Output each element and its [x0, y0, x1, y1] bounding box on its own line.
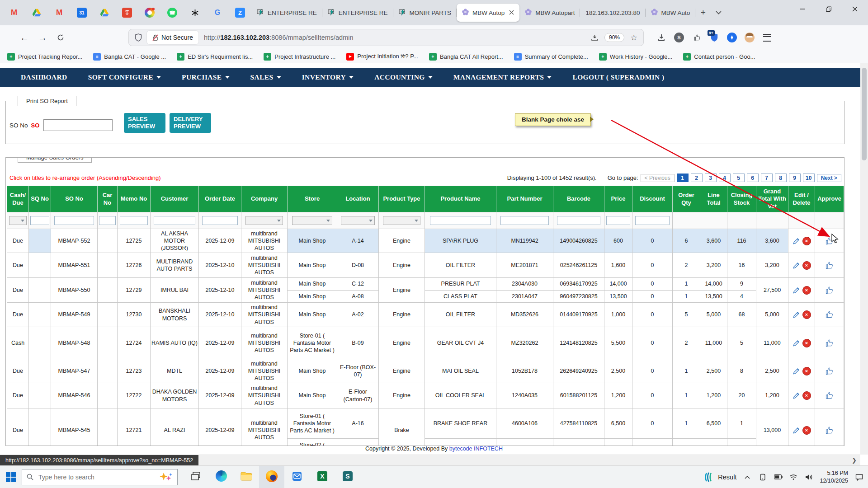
delete-icon[interactable]: × [802, 237, 811, 245]
delete-icon[interactable]: × [802, 310, 811, 319]
edit-icon[interactable] [793, 286, 800, 294]
browser-tab-2[interactable]: ENTERPRISE RE [322, 4, 393, 22]
bookmark-item-9[interactable]: +Contact person - Goo... [683, 53, 755, 61]
filter-input[interactable] [154, 216, 195, 225]
page-button-2[interactable]: 2 [691, 174, 703, 182]
column-header-barcode[interactable]: Barcode [553, 186, 604, 212]
approve-thumb-icon[interactable] [825, 426, 834, 435]
scrollbar-thumb[interactable] [862, 68, 867, 160]
column-header-order-date[interactable]: Order Date [199, 186, 241, 212]
filter-input[interactable] [120, 216, 148, 225]
pinned-tab-drive[interactable] [25, 2, 48, 23]
column-header-grand-total-with-vat[interactable]: Grand Total With Vat [756, 186, 788, 212]
pinned-tab-avro-keyboard[interactable] [116, 2, 138, 23]
delete-icon[interactable]: × [802, 339, 811, 347]
taskbar-app-splashtop[interactable]: S [335, 466, 360, 488]
column-header-customer[interactable]: Customer [151, 186, 199, 212]
filter-input[interactable] [99, 216, 116, 225]
zoom-level-chip[interactable]: 90% [604, 33, 624, 42]
column-header-price[interactable]: Price [604, 186, 632, 212]
edit-icon[interactable] [793, 311, 800, 319]
page-button-4[interactable]: 4 [719, 174, 731, 182]
filter-input[interactable] [202, 216, 238, 225]
sales-preview-button[interactable]: SALESPREVIEW [124, 113, 165, 133]
edit-icon[interactable] [793, 237, 800, 245]
edit-icon[interactable] [793, 339, 800, 347]
page-button-6[interactable]: 6 [747, 174, 759, 182]
column-header-location[interactable]: Location [337, 186, 379, 212]
approve-thumb-icon[interactable] [825, 286, 834, 295]
search-input[interactable] [38, 473, 155, 481]
filter-input[interactable] [557, 216, 600, 225]
page-button-3[interactable]: 3 [705, 174, 717, 182]
save-page-icon[interactable] [590, 33, 600, 42]
close-tab-icon[interactable] [509, 9, 514, 16]
nav-item-soft-configure[interactable]: SOFT CONFIGURE [88, 73, 161, 81]
pinned-tab-zoom[interactable]: Z [229, 2, 251, 23]
filter-select[interactable] [9, 216, 27, 225]
filter-select[interactable] [245, 216, 283, 225]
nav-item-dashboard[interactable]: DASHBOARD [21, 73, 67, 81]
close-window-button[interactable] [842, 0, 868, 18]
volume-icon[interactable] [804, 473, 813, 482]
bookmark-item-7[interactable]: ≡Summary of Complete... [514, 53, 588, 61]
filter-input[interactable] [606, 216, 630, 225]
page-button-5[interactable]: 5 [733, 174, 745, 182]
edit-icon[interactable] [793, 367, 800, 375]
taskbar-app-file-explorer[interactable] [234, 466, 259, 488]
address-bar[interactable]: Not Secure http://182.163.102.203:8086/m… [128, 29, 644, 46]
approve-thumb-icon[interactable] [825, 366, 834, 376]
bookmark-item-2[interactable]: ≡Bangla CAT - Google ... [93, 53, 166, 61]
column-header-edit-delete[interactable]: Edit / Delete [788, 186, 815, 212]
page-button-8[interactable]: 8 [775, 174, 787, 182]
pinned-tab-google[interactable]: G [206, 2, 229, 23]
page-button-7[interactable]: 7 [761, 174, 773, 182]
pinned-tab-drive[interactable] [93, 2, 116, 23]
news-widget[interactable]: Result [703, 472, 736, 483]
next-page-button[interactable]: Next > [817, 174, 841, 182]
delete-icon[interactable]: × [802, 286, 811, 295]
wifi-icon[interactable] [789, 473, 798, 482]
delete-icon[interactable]: × [802, 426, 811, 435]
pen-extension-icon[interactable] [727, 33, 737, 42]
bookmark-item-1[interactable]: +Project Tracking Repor... [7, 53, 82, 61]
taskbar-search[interactable] [22, 469, 178, 485]
column-header-company[interactable]: Company [241, 186, 288, 212]
approve-thumb-icon[interactable] [825, 391, 834, 400]
browser-tab-7[interactable]: MBW Auto [646, 4, 696, 22]
column-header-store[interactable]: Store [288, 186, 337, 212]
bookmark-item-3[interactable]: +ED Sir's Requirment lis... [177, 53, 253, 61]
restore-button[interactable] [816, 0, 842, 18]
taskbar-app-task-view[interactable] [183, 466, 208, 488]
column-header-closing-stock[interactable]: Closing Stock [727, 186, 756, 212]
column-header-so-no[interactable]: SO No [51, 186, 98, 212]
profile-avatar[interactable] [745, 33, 755, 42]
minimize-button[interactable] [789, 0, 816, 18]
taskbar-app-mail[interactable] [284, 466, 310, 488]
filter-select[interactable] [383, 216, 420, 225]
nav-item-inventory[interactable]: INVENTORY [302, 73, 354, 81]
bookmark-item-5[interactable]: ▶Project Initiation কি? P... [346, 53, 418, 61]
url-text[interactable]: http://182.163.102.203:8086/mmap/sellIte… [204, 34, 354, 41]
approve-thumb-icon[interactable] [825, 310, 834, 319]
bookmark-star-icon[interactable]: ☆ [629, 33, 639, 42]
column-header-product-name[interactable]: Product Name [425, 186, 496, 212]
new-tab-button[interactable]: + [695, 5, 711, 20]
start-button[interactable] [0, 466, 22, 488]
column-header-cash-due[interactable]: Cash/ Due [7, 186, 29, 212]
highlights-sparkle-icon[interactable] [159, 472, 173, 482]
browser-tab-1[interactable]: ENTERPRISE RE [251, 4, 322, 22]
forward-icon[interactable]: → [33, 29, 52, 46]
taskbar-app-edge[interactable] [208, 466, 234, 488]
edit-icon[interactable] [793, 262, 800, 269]
filter-input[interactable] [500, 216, 549, 225]
reload-icon[interactable] [52, 29, 70, 46]
delete-icon[interactable]: × [802, 367, 811, 375]
filter-input[interactable] [635, 216, 670, 225]
bookmark-item-6[interactable]: +Bangla CAT All Report... [429, 53, 503, 61]
pinned-tab-whatsapp[interactable]: ☎ [161, 2, 184, 23]
column-header-product-type[interactable]: Product Type [379, 186, 425, 212]
column-header-sq-no[interactable]: SQ No [29, 186, 51, 212]
filter-select[interactable] [341, 216, 375, 225]
approve-thumb-icon[interactable] [825, 261, 834, 270]
